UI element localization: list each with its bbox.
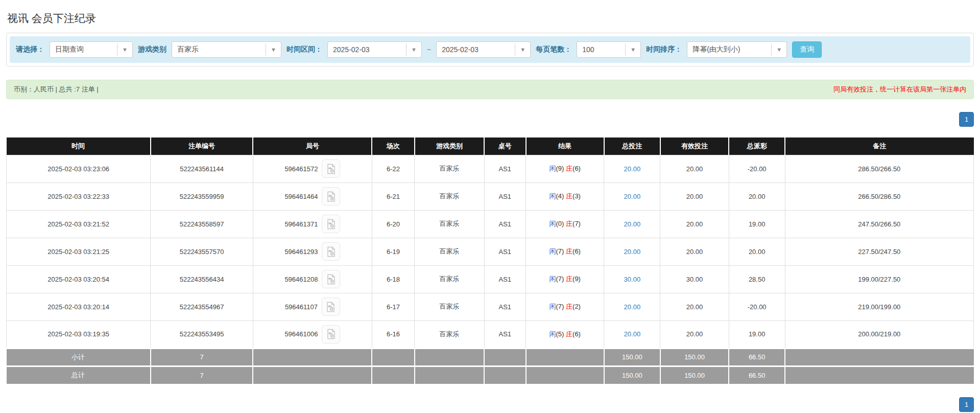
cell-bet-id: 522243553495 bbox=[151, 320, 253, 348]
total-bet-link[interactable]: 20.00 bbox=[624, 248, 641, 256]
round-id-group: 596461006 bbox=[284, 325, 340, 343]
summary-empty-cell bbox=[372, 366, 414, 384]
chevron-down-icon: ▼ bbox=[117, 43, 132, 56]
cell-time: 2025-02-03 03:20:54 bbox=[7, 265, 151, 293]
game-type-select[interactable]: 百家乐 ▼ bbox=[172, 41, 281, 58]
total-bet-link[interactable]: 20.00 bbox=[624, 330, 641, 338]
cell-round-id: 596461293 bbox=[253, 238, 372, 265]
result-banker-score: (3) bbox=[572, 192, 581, 200]
per-page-label: 每页笔数： bbox=[536, 45, 571, 54]
cell-game-type: 百家乐 bbox=[415, 293, 484, 320]
column-header-1: 注单编号 bbox=[151, 137, 253, 155]
round-id-group: 596461293 bbox=[284, 242, 340, 261]
cell-time: 2025-02-03 03:21:25 bbox=[7, 238, 151, 265]
cell-valid-bet: 20.00 bbox=[660, 155, 729, 182]
summary-row: 总计7150.00150.0066.50 bbox=[7, 366, 974, 384]
sort-value: 降幂(由大到小) bbox=[687, 42, 771, 57]
round-number: 596461208 bbox=[284, 276, 318, 283]
summary-empty-cell bbox=[415, 348, 484, 366]
filter-wrap: 请选择： 日期查询 ▼ 游戏类别 百家乐 ▼ 时间区间： 2025-02-03 … bbox=[6, 33, 974, 66]
cell-remark: 219.00/199.00 bbox=[785, 293, 973, 320]
total-bet-link[interactable]: 20.00 bbox=[624, 193, 641, 200]
table-row: 2025-02-03 03:23:06522243561144596461572… bbox=[7, 155, 974, 182]
result-player-label: 闲 bbox=[549, 192, 556, 200]
cell-remark: 266.50/286.50 bbox=[785, 182, 973, 210]
cell-payout: 19.00 bbox=[729, 210, 785, 238]
currency-summary-text: 币别：人民币 | 总共 :7 注单 | bbox=[14, 85, 99, 94]
video-file-icon bbox=[326, 329, 337, 339]
page: 视讯 会员下注纪录 请选择： 日期查询 ▼ 游戏类别 百家乐 ▼ 时间区间： 2… bbox=[0, 0, 980, 412]
video-replay-button[interactable] bbox=[322, 215, 340, 233]
cell-game-type: 百家乐 bbox=[415, 265, 484, 293]
summary-label: 小计 bbox=[7, 348, 151, 366]
video-replay-button[interactable] bbox=[322, 242, 340, 261]
cell-round-id: 596461006 bbox=[253, 320, 372, 348]
summary-empty-cell bbox=[484, 348, 525, 366]
per-page-select[interactable]: 100 ▼ bbox=[577, 41, 641, 58]
column-header-2: 局号 bbox=[253, 137, 372, 155]
sort-select[interactable]: 降幂(由大到小) ▼ bbox=[687, 41, 787, 58]
result-banker-label: 庄 bbox=[566, 275, 572, 283]
summary-empty-cell bbox=[526, 348, 604, 366]
round-number: 596461293 bbox=[284, 248, 318, 256]
video-replay-button[interactable] bbox=[322, 187, 340, 205]
round-number: 596461572 bbox=[284, 165, 318, 173]
cell-valid-bet: 20.00 bbox=[660, 210, 729, 238]
round-id-group: 596461208 bbox=[284, 270, 340, 288]
result-player-score: (4) bbox=[556, 192, 564, 200]
table-row: 2025-02-03 03:20:14522243554967596461107… bbox=[7, 293, 974, 320]
search-button[interactable]: 查询 bbox=[792, 41, 822, 58]
chevron-down-icon: ▼ bbox=[515, 43, 530, 56]
cell-total-bet: 20.00 bbox=[604, 182, 660, 210]
date-from-picker[interactable]: 2025-02-03 ▼ bbox=[327, 41, 422, 58]
total-bet-link[interactable]: 20.00 bbox=[624, 165, 641, 173]
video-replay-button[interactable] bbox=[322, 297, 340, 316]
cell-total-bet: 20.00 bbox=[604, 293, 660, 320]
result-banker-score: (6) bbox=[572, 165, 581, 172]
summary-empty-cell bbox=[415, 366, 484, 384]
cell-result: 闲(9) 庄(6) bbox=[526, 155, 604, 182]
round-id-group: 596461371 bbox=[284, 215, 340, 233]
cell-remark: 247.50/266.50 bbox=[785, 210, 973, 238]
per-page-value: 100 bbox=[577, 42, 625, 57]
summary-empty-cell bbox=[253, 348, 372, 366]
page-1-button[interactable]: 1 bbox=[959, 112, 974, 127]
chevron-down-icon: ▼ bbox=[266, 43, 281, 56]
result-player-label: 闲 bbox=[549, 247, 556, 255]
total-bet-link[interactable]: 30.00 bbox=[624, 276, 641, 283]
summary-empty-cell bbox=[785, 348, 973, 366]
page-title: 视讯 会员下注纪录 bbox=[6, 0, 974, 33]
cell-total-bet: 20.00 bbox=[604, 238, 660, 265]
cell-payout: -20.00 bbox=[729, 293, 785, 320]
query-type-select[interactable]: 日期查询 ▼ bbox=[50, 41, 133, 58]
cell-total-bet: 20.00 bbox=[604, 320, 660, 348]
summary-valid-bet: 150.00 bbox=[660, 348, 729, 366]
page-1-button[interactable]: 1 bbox=[959, 397, 974, 412]
cell-time: 2025-02-03 03:21:52 bbox=[7, 210, 151, 238]
date-to-picker[interactable]: 2025-02-03 ▼ bbox=[436, 41, 531, 58]
query-type-label: 请选择： bbox=[16, 45, 44, 54]
round-id-group: 596461572 bbox=[284, 159, 340, 178]
summary-empty-cell bbox=[372, 348, 414, 366]
result-banker-score: (9) bbox=[572, 275, 581, 283]
cell-payout: 28.50 bbox=[729, 265, 785, 293]
cell-result: 闲(7) 庄(6) bbox=[526, 238, 604, 265]
cell-remark: 286.50/266.50 bbox=[785, 155, 973, 182]
result-banker-label: 庄 bbox=[566, 165, 572, 172]
table-body: 2025-02-03 03:23:06522243561144596461572… bbox=[7, 155, 974, 348]
pagination-bottom: 1 bbox=[6, 397, 974, 412]
result-player-score: (5) bbox=[556, 330, 564, 338]
result-player-label: 闲 bbox=[549, 220, 556, 227]
video-replay-button[interactable] bbox=[322, 270, 340, 288]
cell-bet-id: 522243554967 bbox=[151, 293, 253, 320]
cell-time: 2025-02-03 03:20:14 bbox=[7, 293, 151, 320]
cell-payout: -20.00 bbox=[729, 155, 785, 182]
cell-game-type: 百家乐 bbox=[415, 182, 484, 210]
total-bet-link[interactable]: 20.00 bbox=[624, 220, 641, 228]
video-file-icon bbox=[326, 191, 337, 202]
table-row: 2025-02-03 03:22:33522243559959596461464… bbox=[7, 182, 974, 210]
video-replay-button[interactable] bbox=[322, 325, 340, 343]
total-bet-link[interactable]: 20.00 bbox=[624, 303, 641, 311]
summary-row: 小计7150.00150.0066.50 bbox=[7, 348, 974, 366]
video-replay-button[interactable] bbox=[322, 159, 340, 178]
